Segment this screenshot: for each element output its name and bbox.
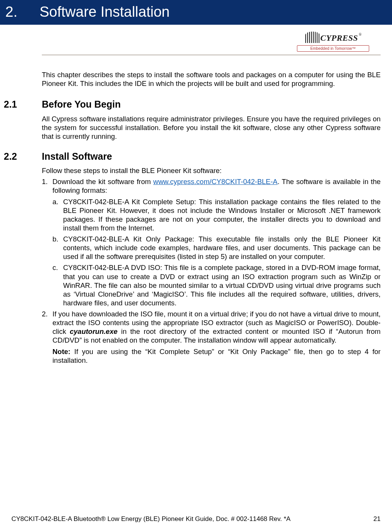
chapter-number: 2. [5,4,40,20]
footer-page-number: 21 [373,515,381,523]
list-item: a.CY8CKIT-042-BLE-A Kit Complete Setup: … [52,197,381,233]
page-footer: CY8CKIT-042-BLE-A Bluetooth® Low Energy … [11,515,381,523]
list-marker: 2. [42,310,48,318]
list-marker: c. [52,263,58,272]
logo-registered: ® [359,32,362,37]
step1-pre: Download the kit software from [52,178,153,186]
list-marker: 1. [42,177,48,186]
logo-tagline: Embedded in Tomorrow™ [297,45,369,52]
section-heading-2-1: 2.1 Before You Begin [0,98,381,110]
section-2-1-body: All Cypress software installations requi… [42,114,381,141]
note-text: If you are using the “Kit Complete Setup… [52,348,381,364]
formats-sublist: a.CY8CKIT-042-BLE-A Kit Complete Setup: … [52,197,381,308]
download-link[interactable]: www.cypress.com/CY8CKIT-042-BLE-A [153,178,278,186]
footer-doc-id: CY8CKIT-042-BLE-A Bluetooth® Low Energy … [11,515,290,523]
install-steps-list: 1. Download the kit software from www.cy… [42,177,381,365]
list-marker: a. [52,197,58,206]
chapter-intro: This chapter describes the steps to inst… [42,70,381,88]
section-number: 2.2 [0,151,42,162]
section-number: 2.1 [0,98,42,110]
list-marker: b. [52,235,58,243]
list-item: 1. Download the kit software from www.cy… [42,177,381,307]
logo-row: CYPRESS® Embedded in Tomorrow™ [42,25,381,55]
cypress-logo-icon [305,32,320,43]
chapter-header: 2.Software Installation [0,0,392,25]
page-content: This chapter describes the steps to inst… [0,55,392,365]
section-2-2-lead: Follow these steps to install the BLE Pi… [42,166,381,175]
sub-c-text: CY8CKIT-042-BLE-A DVD ISO: This file is … [63,264,381,307]
sub-a-text: CY8CKIT-042-BLE-A Kit Complete Setup: Th… [63,198,381,232]
logo-name: CYPRESS [321,33,358,43]
list-item: 2. If you have downloaded the ISO file, … [42,310,381,365]
sub-b-text: CY8CKIT-042-BLE-A Kit Only Package: This… [63,235,381,260]
section-title: Before You Begin [42,98,121,110]
cypress-logo: CYPRESS® Embedded in Tomorrow™ [297,33,369,52]
list-item: c.CY8CKIT-042-BLE-A DVD ISO: This file i… [52,263,381,307]
section-heading-2-2: 2.2 Install Software [0,151,381,162]
chapter-title: Software Installation [40,4,170,20]
step2-note: Note: If you are using the “Kit Complete… [52,347,381,365]
section-title: Install Software [42,151,112,162]
step2-exe-filename: cyautorun.exe [70,327,117,335]
list-item: b.CY8CKIT-042-BLE-A Kit Only Package: Th… [52,235,381,261]
note-label: Note: [52,348,70,356]
